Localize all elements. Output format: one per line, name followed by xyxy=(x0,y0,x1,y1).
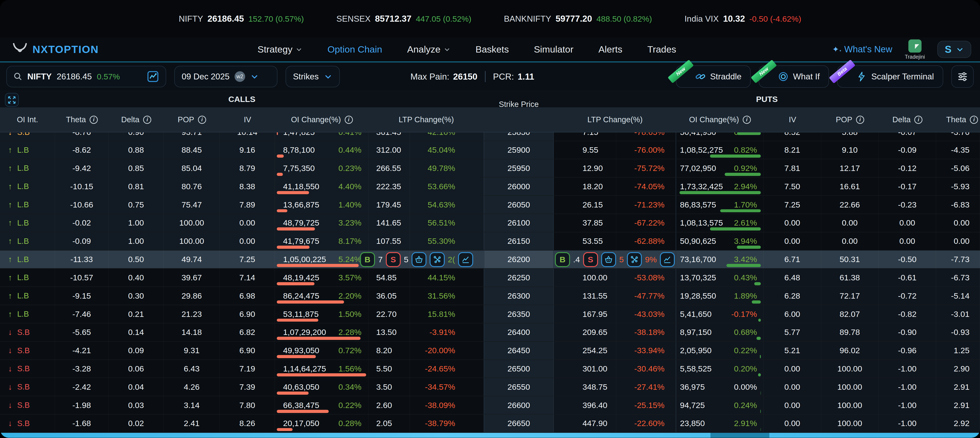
call-oi-bar xyxy=(277,173,283,176)
nav-item-simulator[interactable]: Simulator xyxy=(534,44,573,55)
call-ltp-value: 107.55 xyxy=(376,236,401,246)
chain-row-26350[interactable]: ↑L.B-7.460.2121.236.9053,11,8751.50%22.7… xyxy=(0,305,980,324)
col-header-put-iv[interactable]: IV xyxy=(764,115,821,124)
nav-item-strategy[interactable]: Strategy xyxy=(258,44,302,55)
col-header-put-theta[interactable]: Thetai xyxy=(936,115,980,124)
call-delta: 0.88 xyxy=(109,141,164,159)
straddle-button[interactable]: New Straddle xyxy=(676,65,751,88)
search-icon xyxy=(14,72,22,81)
info-icon[interactable]: i xyxy=(743,116,751,124)
add-to-basket-button[interactable] xyxy=(601,252,616,267)
chain-row-26050[interactable]: ↑L.B-10.660.7575.477.8913,66,8751.40%179… xyxy=(0,196,980,214)
call-oi-bar xyxy=(277,355,316,358)
call-delta: 0.75 xyxy=(109,196,164,214)
col-header-call-oi-int[interactable]: OI Int. xyxy=(0,115,55,124)
put-oi-bar xyxy=(710,227,761,230)
ltp-fragment: 7 xyxy=(378,255,383,264)
chain-row-26400[interactable]: ↓S.B-5.650.1414.186.821,07,29,2002.28%13… xyxy=(0,324,980,342)
put-oi-change: 1,08,52,2750.82% xyxy=(676,141,764,159)
what-if-button[interactable]: New What If xyxy=(759,65,829,88)
chain-row-25950[interactable]: ↑L.B-9.420.8585.048.797,75,3500.23%266.5… xyxy=(0,159,980,178)
chain-row-25850[interactable]: ↓S.B-8.760.9093.7110.141,47,8250.41%361.… xyxy=(0,132,980,141)
info-icon[interactable]: i xyxy=(198,116,206,124)
chain-row-26150[interactable]: ↑L.B-0.091.00100.000.0041,79,6758.17%107… xyxy=(0,232,980,251)
call-ltp-change: 31.56% xyxy=(410,287,484,305)
chain-row-26450[interactable]: ↓S.B-4.210.099.316.9049,93,0500.72%8.20-… xyxy=(0,342,980,360)
buy-call-button[interactable]: B xyxy=(360,252,375,267)
whats-new-link[interactable]: ✦˖ What's New xyxy=(832,44,892,55)
strikes-selector[interactable]: Strikes xyxy=(286,66,340,87)
col-header-put-oi-change[interactable]: OI Change(%)i xyxy=(676,115,764,124)
put-pop: 100.00 xyxy=(821,396,879,414)
index-value: 59777.20 xyxy=(555,14,592,24)
nav-item-option-chain[interactable]: Option Chain xyxy=(327,44,382,55)
col-header-call-ltp-change[interactable]: LTP Change(%) xyxy=(369,115,484,124)
put-ltp-change-pct: -67.22% xyxy=(634,218,665,228)
chain-row-26300[interactable]: ↑L.B-9.150.3029.866.9886,24,4752.20%36.0… xyxy=(0,287,980,305)
chain-row-26100[interactable]: ↑L.B-0.021.00100.000.0048,79,7253.23%141… xyxy=(0,214,980,232)
put-ltp-change: -22.60% xyxy=(616,414,676,432)
strategy-builder-button[interactable] xyxy=(430,252,444,267)
open-chart-button[interactable] xyxy=(458,252,473,267)
nav-item-trades[interactable]: Trades xyxy=(648,44,676,55)
col-header-put-pop[interactable]: POPi xyxy=(821,115,879,124)
nav-item-baskets[interactable]: Baskets xyxy=(476,44,509,55)
put-delta: -1.00 xyxy=(879,396,936,414)
info-icon[interactable]: i xyxy=(143,116,151,124)
chain-row-26550[interactable]: ↓S.B-2.420.044.267.3940,63,0500.34%3.50-… xyxy=(0,378,980,396)
expand-table-button[interactable] xyxy=(5,93,19,107)
chain-row-26600[interactable]: ↓S.B-1.980.033.147.8066,38,4750.22%2.60-… xyxy=(0,396,980,414)
call-pop-value: 21.23 xyxy=(181,309,202,319)
put-theta-value: -5.14 xyxy=(951,291,970,301)
open-chart-button[interactable] xyxy=(660,252,675,267)
col-header-put-ltp-change[interactable]: LTP Change(%) xyxy=(554,115,676,124)
info-icon[interactable]: i xyxy=(90,116,98,124)
chain-row-26500[interactable]: ↓S.B-3.280.066.437.191,14,64,2751.56%5.5… xyxy=(0,360,980,378)
chain-row-26650[interactable]: ↓S.B-1.680.022.418.2620,17,0500.28%2.05-… xyxy=(0,414,980,433)
strategy-builder-button[interactable] xyxy=(627,252,642,267)
col-header-put-delta[interactable]: Deltai xyxy=(879,115,936,124)
call-oi-interpretation: ↑L.B xyxy=(0,159,55,177)
call-iv-value: 0.00 xyxy=(239,236,255,246)
chain-row-26000[interactable]: ↑L.B-10.150.8180.768.3841,18,5504.40%222… xyxy=(0,178,980,196)
col-header-call-theta[interactable]: Thetai xyxy=(55,115,109,124)
horizontal-scrollbar[interactable] xyxy=(0,433,980,438)
chain-row-25900[interactable]: ↑L.B-8.620.8888.459.168,78,1000.44%312.0… xyxy=(0,141,980,159)
chart-icon[interactable] xyxy=(147,71,159,83)
call-ltp-change-pct: 42.16% xyxy=(428,132,455,137)
expiry-selector[interactable]: 09 Dec 2025 w2 xyxy=(174,66,277,87)
nav-item-analyze[interactable]: Analyze xyxy=(407,44,450,55)
info-icon[interactable]: i xyxy=(345,116,353,124)
call-oi-interpretation: ↑L.B xyxy=(0,305,55,323)
buy-put-button[interactable]: B xyxy=(555,252,570,267)
put-iv: 0.00 xyxy=(764,414,821,432)
col-header-call-iv[interactable]: IV xyxy=(220,115,275,124)
add-to-basket-button[interactable] xyxy=(412,252,426,267)
sell-put-button[interactable]: S xyxy=(583,252,598,267)
info-icon[interactable]: i xyxy=(914,116,923,124)
put-ltp: 53.55 xyxy=(554,232,616,250)
chain-settings-button[interactable] xyxy=(951,65,974,88)
put-iv-value: 6.28 xyxy=(784,291,800,301)
account-menu-button[interactable]: S xyxy=(937,41,971,58)
chain-row-26200[interactable]: ↑L.B-11.330.5049.747.251,05,00,2255.24%2… xyxy=(0,251,980,269)
broker-badge[interactable]: Tradejini xyxy=(905,39,925,60)
divider xyxy=(485,71,485,83)
col-header-call-oi-change[interactable]: OI Change(%)i xyxy=(275,115,369,124)
symbol-search[interactable]: NIFTY 26186.45 0.57% xyxy=(6,66,166,87)
put-iv: 8.52 xyxy=(764,132,821,141)
col-header-call-delta[interactable]: Deltai xyxy=(109,115,164,124)
put-oi-value: 1,08,52,275 xyxy=(680,145,723,155)
call-signal-label: L.B xyxy=(17,309,29,319)
sell-call-button[interactable]: S xyxy=(386,252,401,267)
nav-item-alerts[interactable]: Alerts xyxy=(598,44,622,55)
scrollbar-thumb[interactable] xyxy=(710,433,769,438)
put-theta-value: -4.35 xyxy=(951,145,970,155)
info-icon[interactable]: i xyxy=(856,116,864,124)
brand-logo[interactable]: NXTOPTION xyxy=(13,43,131,56)
col-header-call-pop[interactable]: POPi xyxy=(164,115,220,124)
chain-row-26250[interactable]: ↑L.B-10.570.4039.677.1448,19,4253.57%54.… xyxy=(0,269,980,287)
scalper-terminal-button[interactable]: Beta Scalper Terminal xyxy=(837,65,943,88)
new-ribbon: New xyxy=(668,60,694,83)
info-icon[interactable]: i xyxy=(970,116,978,124)
